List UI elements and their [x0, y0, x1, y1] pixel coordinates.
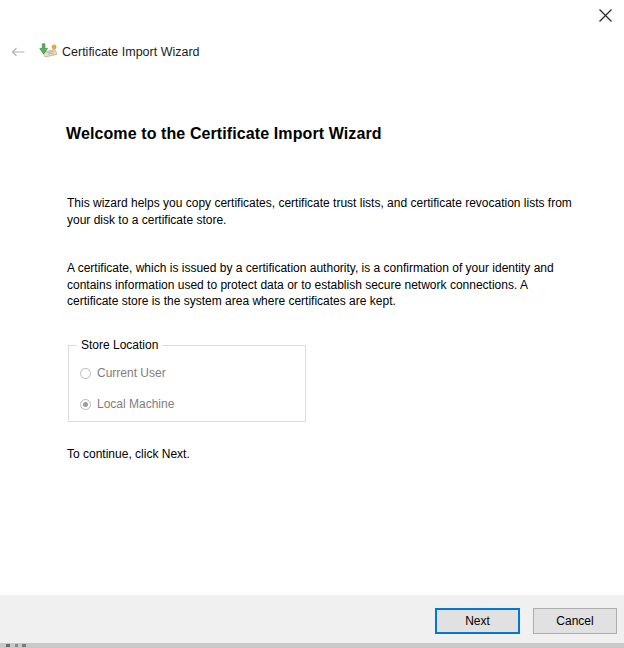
- close-icon: [598, 8, 613, 27]
- close-button[interactable]: [594, 6, 616, 28]
- radio-current-user-label: Current User: [97, 366, 166, 380]
- next-button[interactable]: Next: [435, 608, 520, 634]
- taskbar-speck: [22, 644, 26, 647]
- description-paragraph: A certificate, which is issued by a cert…: [67, 260, 572, 310]
- store-location-label: Store Location: [77, 338, 162, 352]
- back-arrow-icon: [11, 43, 26, 61]
- certificate-wizard-icon: [39, 42, 58, 61]
- taskbar-speck: [6, 644, 10, 647]
- cancel-button[interactable]: Cancel: [533, 608, 617, 634]
- background-taskbar-edge: [0, 643, 624, 648]
- radio-local-machine-icon: [80, 399, 91, 410]
- taskbar-speck: [15, 644, 18, 647]
- page-heading: Welcome to the Certificate Import Wizard: [66, 125, 382, 143]
- radio-current-user-icon: [80, 368, 91, 379]
- continue-hint: To continue, click Next.: [67, 447, 190, 461]
- certificate-import-wizard-window: Certificate Import Wizard Welcome to the…: [0, 0, 624, 648]
- radio-local-machine-label: Local Machine: [97, 397, 174, 411]
- back-button[interactable]: [7, 44, 29, 60]
- footer-bar: Next Cancel: [0, 595, 624, 648]
- intro-paragraph: This wizard helps you copy certificates,…: [67, 195, 572, 228]
- radio-current-user[interactable]: Current User: [80, 366, 166, 380]
- window-title: Certificate Import Wizard: [62, 45, 200, 59]
- radio-local-machine[interactable]: Local Machine: [80, 397, 174, 411]
